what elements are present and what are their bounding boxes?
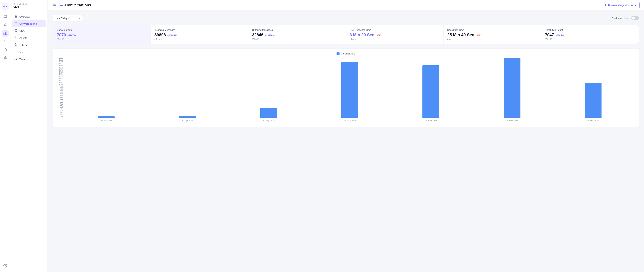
stat-sub-resolution-count: ( Total ) [545, 38, 635, 40]
nav-item-agents[interactable]: Agents [12, 35, 46, 41]
y-axis-label: 1404 [59, 73, 63, 75]
stat-value-resolution-count: 7047 +4045% [545, 33, 635, 37]
nav-item-inbox[interactable]: Inbox [12, 49, 46, 55]
x-axis-label: 29-Apr-2023 [66, 119, 146, 122]
nav-item-conversations[interactable]: Conversations [12, 20, 46, 27]
stat-value-conversations: 7070 +3987% [57, 33, 147, 37]
svg-rect-13 [16, 15, 17, 16]
stat-change-first-response: -96% [376, 34, 381, 37]
stat-value-resolution-time: 25 Min 49 Sec -56% [447, 33, 537, 37]
contacts-nav-icon[interactable] [2, 22, 8, 28]
y-axis-label: 44 [61, 116, 63, 118]
y-axis-label: 996 [60, 86, 63, 88]
stat-card-outgoing[interactable]: Outgoing Messages 32846 +28216% ( Total … [248, 25, 346, 44]
nav-item-team[interactable]: Team [12, 56, 46, 63]
csat-icon [14, 29, 18, 33]
nav-item-overview[interactable]: Overview [12, 13, 46, 20]
y-axis-label: 384 [60, 105, 63, 107]
stat-label-conversations: Conversations [57, 29, 147, 31]
svg-rect-7 [4, 33, 4, 35]
legend-label: Conversations [341, 52, 355, 55]
y-axis-label: 1880 [59, 58, 63, 60]
y-axis-label: 588 [60, 99, 63, 101]
bar-group [391, 65, 471, 118]
bar[interactable] [179, 116, 196, 118]
hamburger-menu[interactable] [52, 2, 57, 8]
stat-change-resolution-count: +4045% [556, 34, 564, 37]
tasks-nav-icon[interactable] [2, 46, 8, 53]
stat-change-conversations: +3987% [68, 34, 76, 37]
stat-card-resolution-count[interactable]: Resolution Count 7047 +4045% ( Total ) [541, 25, 638, 44]
svg-rect-8 [4, 58, 6, 59]
bar[interactable] [422, 65, 439, 118]
bar[interactable] [504, 58, 520, 118]
bar-group [472, 58, 552, 118]
stat-sub-conversations: ( Total ) [57, 38, 147, 40]
svg-point-3 [5, 6, 6, 7]
bar[interactable] [585, 83, 602, 118]
y-axis-label: 180 [60, 112, 63, 114]
stat-card-conversations[interactable]: Conversations 7070 +3987% ( Total ) [53, 25, 151, 44]
stat-label-outgoing: Outgoing Messages [252, 29, 342, 31]
stat-value-outgoing: 32846 +28216% [252, 33, 342, 37]
y-axis-label: 1268 [59, 77, 63, 80]
y-axis-label: 1812 [59, 60, 63, 62]
chart-wrapper: 1880181217441676160815401472140413361268… [57, 58, 635, 122]
stat-card-resolution-time[interactable]: Resolution Time 25 Min 49 Sec -56% ( Avg… [444, 25, 541, 44]
stat-change-incoming: +14843% [167, 34, 177, 37]
bar[interactable] [342, 62, 358, 118]
y-axis-label: 792 [60, 92, 63, 94]
stats-row: Conversations 7070 +3987% ( Total ) Inco… [53, 25, 639, 44]
bar-group [148, 116, 227, 118]
bar[interactable] [98, 116, 115, 118]
topbar: Conversations ⬇ Download agent reports [48, 0, 644, 11]
business-hours-toggle: Business Hours [612, 16, 639, 20]
svg-rect-6 [5, 33, 6, 35]
content-area: Last 7 days Last 30 days Last 3 months C… [48, 11, 644, 272]
y-axis-label: 1200 [59, 80, 63, 82]
stat-value-first-response: 3 Min 20 Sec -96% [350, 33, 440, 37]
stat-sub-resolution-time: ( Avg ) [447, 38, 537, 40]
svg-point-16 [15, 29, 17, 32]
left-nav-panel: Currently viewing: Vbet Overview Convers… [10, 0, 48, 272]
bar-group [554, 83, 633, 118]
stat-card-incoming[interactable]: Incoming Messages 39898 +14843% ( Total … [151, 25, 248, 44]
stat-card-first-response[interactable]: First Response Time 3 Min 20 Sec -96% ( … [346, 25, 444, 44]
notifications-nav-icon[interactable] [2, 38, 8, 45]
download-agent-reports-button[interactable]: ⬇ Download agent reports [601, 2, 640, 9]
business-hours-switch[interactable] [631, 16, 639, 20]
conversations-nav-icon[interactable] [2, 14, 8, 20]
y-axis-label: 520 [60, 101, 63, 103]
stat-label-incoming: Incoming Messages [154, 29, 244, 31]
chart-container: Conversations 18801812174416761608154014… [53, 48, 639, 127]
topbar-left: Conversations [52, 2, 91, 8]
agents-icon [14, 36, 18, 40]
y-axis-label: 248 [60, 110, 63, 112]
y-axis-label: 656 [60, 97, 63, 99]
y-axis-label: 452 [60, 103, 63, 105]
svg-point-21 [15, 58, 16, 59]
nav-item-csat[interactable]: CSAT [12, 28, 46, 34]
bar[interactable] [260, 108, 277, 118]
y-axis-label: 316 [60, 107, 63, 109]
x-axis-label: 30-Apr-2023 [148, 119, 227, 122]
y-axis-label: 1132 [59, 82, 63, 84]
date-range-select[interactable]: Last 7 days Last 30 days Last 3 months C… [53, 15, 83, 22]
y-axis-label: 1336 [59, 75, 63, 77]
currently-viewing-label: Currently viewing: [14, 3, 44, 5]
app-logo [2, 3, 8, 10]
svg-point-9 [4, 58, 5, 59]
nav-item-labels[interactable]: Labels [12, 42, 46, 48]
stat-label-resolution-time: Resolution Time [447, 29, 537, 31]
reports-nav-icon[interactable] [2, 30, 8, 37]
labels-icon [14, 43, 18, 47]
bar-group [310, 62, 390, 118]
stat-sub-first-response: ( Avg ) [350, 38, 440, 40]
x-axis-label: 01-May-2023 [229, 119, 308, 122]
settings-nav-icon[interactable] [2, 262, 8, 269]
x-labels: 29-Apr-202330-Apr-202301-May-202302-May-… [65, 118, 635, 122]
bot-nav-icon[interactable] [2, 55, 8, 61]
stat-change-outgoing: +28216% [265, 34, 274, 37]
y-axis-label: 1676 [59, 65, 63, 67]
stat-sub-outgoing: ( Total ) [252, 38, 342, 40]
